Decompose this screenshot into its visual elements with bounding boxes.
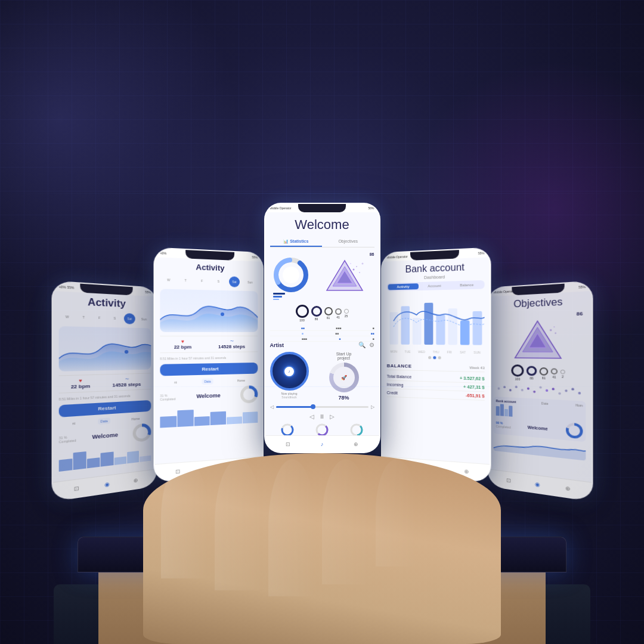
vinyl-disc[interactable]: ♪ xyxy=(270,352,309,391)
carrier-welcome: Mobile Operator xyxy=(270,206,292,210)
welcome-tabs: 📊 Statistics Objectives xyxy=(270,237,374,247)
heart-rate-stat: ♥ 22 bpm xyxy=(70,377,90,389)
day-thu: THU xyxy=(432,350,439,354)
svg-rect-6 xyxy=(273,293,285,295)
search-icon[interactable]: 🔍 xyxy=(358,342,366,348)
svg-point-47 xyxy=(558,392,561,395)
p2-day-t[interactable]: T xyxy=(179,275,191,286)
svg-rect-7 xyxy=(273,296,282,298)
svg-point-45 xyxy=(545,389,547,392)
p2-tab-data[interactable]: Data xyxy=(202,378,213,385)
bank-tab-account[interactable]: Account xyxy=(418,283,450,290)
phone2-wave xyxy=(160,289,258,332)
svg-point-12 xyxy=(353,269,355,271)
table-row-3: ■■■■■ xyxy=(270,336,374,342)
credit-label: Credit xyxy=(386,391,397,395)
svg-rect-25 xyxy=(412,318,421,345)
week-day-f[interactable]: F xyxy=(93,312,105,323)
credit-val: -651,91 $ xyxy=(465,393,484,398)
hand-shape xyxy=(143,453,501,644)
p2-day-sun[interactable]: Sun xyxy=(244,277,255,287)
svg-point-37 xyxy=(497,388,500,390)
day-tue: TUE xyxy=(404,350,410,354)
svg-point-46 xyxy=(552,388,554,390)
objectives-title: Objectives xyxy=(493,295,586,311)
scene: 40% 55% 55% Activity W T F S Sat Sun xyxy=(0,0,644,644)
p2-distance: 8.51 Miles in 1 hour 57 minutes and 31 s… xyxy=(160,355,258,360)
p2-tab-home[interactable]: Home xyxy=(234,377,247,383)
bank-tabs: Activity Account Balance xyxy=(386,280,484,292)
svg-point-43 xyxy=(533,391,535,393)
sparkline-row xyxy=(493,383,586,397)
dot-3[interactable] xyxy=(437,356,440,359)
battery-obj: 55% xyxy=(578,285,586,289)
score-86: 86 xyxy=(315,252,374,256)
svg-point-34 xyxy=(549,329,551,331)
svg-point-35 xyxy=(553,326,555,327)
battery-welcome: 56% xyxy=(368,206,374,210)
table-row-2: ■■■■■ xyxy=(270,331,374,336)
donut-svg xyxy=(270,252,312,300)
p2-heart: ♥ 22 bpm xyxy=(174,339,191,350)
phone-notch-welcome xyxy=(298,204,346,212)
week-day-s[interactable]: S xyxy=(109,312,120,324)
day-sun: SUN xyxy=(473,351,480,354)
svg-point-36 xyxy=(555,332,556,334)
bank-chart xyxy=(386,293,484,348)
tab-statistics[interactable]: 📊 Statistics xyxy=(270,237,323,247)
progress-pct: 78% xyxy=(338,395,349,401)
triangle-chart: 86 xyxy=(315,252,374,300)
settings-icon[interactable]: ⚙ xyxy=(369,342,374,348)
svg-point-5 xyxy=(283,267,299,283)
p2-day-sat[interactable]: Sat xyxy=(229,276,240,287)
radar-svg xyxy=(321,258,369,293)
p2-tab-account[interactable]: nt xyxy=(171,379,179,386)
svg-point-41 xyxy=(521,389,523,391)
p2-restart[interactable]: Restart xyxy=(160,363,258,376)
progress-inner: 🚀 xyxy=(333,367,355,388)
carrier-activity: 40% 55% xyxy=(58,285,74,290)
week-day-t[interactable]: T xyxy=(77,311,89,323)
p2-nav: nt Data Home xyxy=(160,377,258,386)
svg-point-39 xyxy=(509,389,511,391)
mini-stats-table: ■■■■■■ ■■■■■ ■■■■■ xyxy=(270,326,374,342)
svg-point-50 xyxy=(578,392,581,394)
incoming-val: + 427,31 $ xyxy=(463,385,484,389)
p2-day-w[interactable]: W xyxy=(163,274,174,286)
balance-week: Week 43 xyxy=(469,366,484,370)
week-day-sat[interactable]: Sat xyxy=(123,313,135,324)
tab-objectives[interactable]: Objectives xyxy=(322,237,374,247)
carrier-2: 40% xyxy=(160,251,166,255)
bank-tab-balance[interactable]: Balance xyxy=(450,281,483,289)
dot-2[interactable] xyxy=(432,356,435,359)
svg-point-14 xyxy=(359,272,360,273)
bank-account-label: Bank account xyxy=(496,399,516,404)
week-row: W T F S Sat Sun xyxy=(58,311,151,324)
glow-line-2 xyxy=(0,386,644,387)
total-balance-label: Total Balance xyxy=(386,374,411,379)
week-day-sun[interactable]: Sun xyxy=(138,314,149,324)
artist-label: Artist xyxy=(270,342,284,348)
battery-bank: 55% xyxy=(478,251,484,255)
dot-1[interactable] xyxy=(428,356,431,359)
p2-heart-val: 22 bpm xyxy=(174,344,191,349)
week-day-w[interactable]: W xyxy=(60,311,73,323)
bank-tab-activity[interactable]: Activity xyxy=(388,283,418,290)
balance-header: BALANCE Week 43 xyxy=(386,363,484,372)
svg-point-13 xyxy=(356,266,357,267)
svg-rect-8 xyxy=(273,299,279,300)
startup-project: Start Upproject 🚀 78% xyxy=(314,352,374,401)
phone2-stats: ♥ 22 bpm 〜 14528 steps xyxy=(160,336,258,353)
p2-welcome-label: Welcome xyxy=(196,392,220,400)
sparkline-svg xyxy=(496,383,583,397)
p2-day-s[interactable]: S xyxy=(213,275,224,287)
svg-rect-27 xyxy=(436,315,445,345)
p2-day-f[interactable]: F xyxy=(196,275,208,287)
svg-point-48 xyxy=(565,389,567,392)
obj-radar-svg xyxy=(509,317,568,362)
svg-rect-29 xyxy=(460,320,469,345)
day-sat: SAT xyxy=(460,351,466,354)
week-labels: MON TUE WED THU FRI SAT SUN xyxy=(386,349,484,354)
p2-steps-val: 14528 steps xyxy=(218,344,244,349)
activity-chart xyxy=(58,326,151,371)
